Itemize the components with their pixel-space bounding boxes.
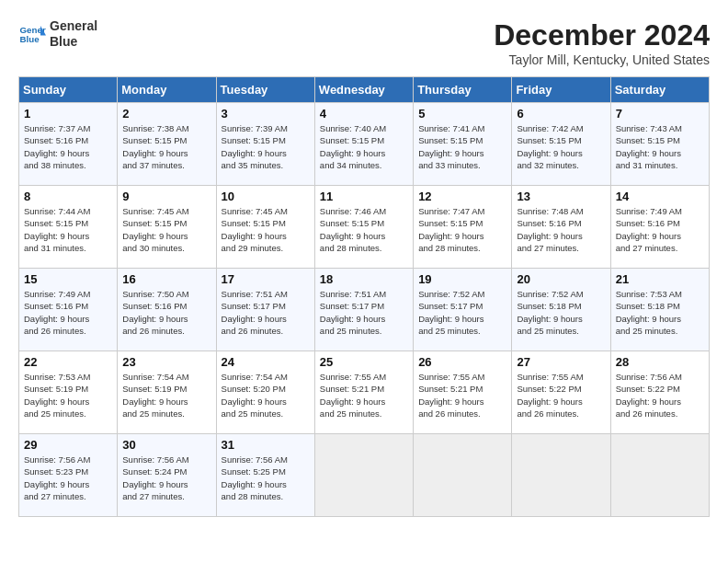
day-number: 16 bbox=[122, 272, 210, 286]
day-info: Sunrise: 7:45 AM Sunset: 5:15 PM Dayligh… bbox=[122, 205, 210, 254]
calendar-cell: 29Sunrise: 7:56 AM Sunset: 5:23 PM Dayli… bbox=[19, 434, 118, 517]
calendar-cell: 6Sunrise: 7:42 AM Sunset: 5:15 PM Daylig… bbox=[512, 103, 610, 186]
day-number: 22 bbox=[24, 355, 112, 369]
day-info: Sunrise: 7:51 AM Sunset: 5:17 PM Dayligh… bbox=[222, 288, 310, 337]
day-info: Sunrise: 7:41 AM Sunset: 5:15 PM Dayligh… bbox=[418, 122, 506, 171]
calendar-week-row: 1Sunrise: 7:37 AM Sunset: 5:16 PM Daylig… bbox=[19, 103, 710, 186]
calendar-cell: 28Sunrise: 7:56 AM Sunset: 5:22 PM Dayli… bbox=[610, 351, 709, 434]
col-header-sunday: Sunday bbox=[19, 77, 118, 103]
day-number: 27 bbox=[517, 355, 605, 369]
calendar-cell: 17Sunrise: 7:51 AM Sunset: 5:17 PM Dayli… bbox=[216, 269, 314, 351]
day-info: Sunrise: 7:46 AM Sunset: 5:15 PM Dayligh… bbox=[320, 205, 408, 254]
calendar-cell: 30Sunrise: 7:56 AM Sunset: 5:24 PM Dayli… bbox=[118, 434, 216, 517]
col-header-friday: Friday bbox=[512, 77, 610, 103]
calendar-cell bbox=[512, 434, 610, 517]
day-info: Sunrise: 7:53 AM Sunset: 5:18 PM Dayligh… bbox=[616, 288, 704, 337]
day-info: Sunrise: 7:54 AM Sunset: 5:19 PM Dayligh… bbox=[122, 371, 210, 419]
day-number: 11 bbox=[320, 190, 408, 203]
calendar-cell: 31Sunrise: 7:56 AM Sunset: 5:25 PM Dayli… bbox=[216, 434, 314, 517]
day-info: Sunrise: 7:48 AM Sunset: 5:16 PM Dayligh… bbox=[517, 205, 605, 254]
day-number: 26 bbox=[418, 355, 506, 369]
calendar-cell: 18Sunrise: 7:51 AM Sunset: 5:17 PM Dayli… bbox=[314, 269, 413, 351]
calendar-cell: 26Sunrise: 7:55 AM Sunset: 5:21 PM Dayli… bbox=[414, 351, 512, 434]
day-info: Sunrise: 7:45 AM Sunset: 5:15 PM Dayligh… bbox=[222, 205, 310, 254]
day-number: 6 bbox=[517, 107, 605, 121]
day-info: Sunrise: 7:53 AM Sunset: 5:19 PM Dayligh… bbox=[24, 371, 112, 419]
calendar-cell: 4Sunrise: 7:40 AM Sunset: 5:15 PM Daylig… bbox=[314, 103, 413, 186]
day-number: 19 bbox=[418, 272, 506, 286]
calendar-cell bbox=[414, 434, 512, 517]
calendar-cell: 5Sunrise: 7:41 AM Sunset: 5:15 PM Daylig… bbox=[414, 103, 512, 186]
day-number: 5 bbox=[418, 107, 506, 121]
col-header-tuesday: Tuesday bbox=[216, 77, 314, 103]
day-info: Sunrise: 7:39 AM Sunset: 5:15 PM Dayligh… bbox=[222, 122, 310, 171]
calendar-cell: 13Sunrise: 7:48 AM Sunset: 5:16 PM Dayli… bbox=[512, 186, 610, 269]
page-header: General Blue General Blue December 2024 … bbox=[18, 18, 710, 67]
calendar-cell: 15Sunrise: 7:49 AM Sunset: 5:16 PM Dayli… bbox=[19, 269, 118, 351]
day-info: Sunrise: 7:51 AM Sunset: 5:17 PM Dayligh… bbox=[320, 288, 408, 337]
day-info: Sunrise: 7:52 AM Sunset: 5:17 PM Dayligh… bbox=[418, 288, 506, 337]
day-info: Sunrise: 7:56 AM Sunset: 5:24 PM Dayligh… bbox=[122, 454, 210, 502]
day-info: Sunrise: 7:44 AM Sunset: 5:15 PM Dayligh… bbox=[24, 205, 112, 254]
day-number: 21 bbox=[616, 272, 704, 286]
day-info: Sunrise: 7:52 AM Sunset: 5:18 PM Dayligh… bbox=[517, 288, 605, 337]
day-info: Sunrise: 7:56 AM Sunset: 5:22 PM Dayligh… bbox=[616, 371, 704, 419]
calendar-cell: 9Sunrise: 7:45 AM Sunset: 5:15 PM Daylig… bbox=[118, 186, 216, 269]
calendar-week-row: 22Sunrise: 7:53 AM Sunset: 5:19 PM Dayli… bbox=[19, 351, 710, 434]
day-number: 14 bbox=[616, 190, 704, 203]
day-number: 10 bbox=[222, 190, 310, 203]
day-info: Sunrise: 7:56 AM Sunset: 5:23 PM Dayligh… bbox=[24, 454, 112, 502]
day-info: Sunrise: 7:49 AM Sunset: 5:16 PM Dayligh… bbox=[24, 288, 112, 337]
calendar-cell: 12Sunrise: 7:47 AM Sunset: 5:15 PM Dayli… bbox=[414, 186, 512, 269]
calendar-cell: 10Sunrise: 7:45 AM Sunset: 5:15 PM Dayli… bbox=[216, 186, 314, 269]
day-number: 20 bbox=[517, 272, 605, 286]
day-number: 24 bbox=[222, 355, 310, 369]
day-number: 30 bbox=[122, 438, 210, 452]
logo-line1: General bbox=[50, 18, 97, 34]
day-number: 29 bbox=[24, 438, 112, 452]
svg-text:Blue: Blue bbox=[20, 34, 40, 44]
calendar-cell: 24Sunrise: 7:54 AM Sunset: 5:20 PM Dayli… bbox=[216, 351, 314, 434]
calendar-cell: 7Sunrise: 7:43 AM Sunset: 5:15 PM Daylig… bbox=[610, 103, 709, 186]
day-info: Sunrise: 7:49 AM Sunset: 5:16 PM Dayligh… bbox=[616, 205, 704, 254]
calendar-cell: 19Sunrise: 7:52 AM Sunset: 5:17 PM Dayli… bbox=[414, 269, 512, 351]
day-info: Sunrise: 7:38 AM Sunset: 5:15 PM Dayligh… bbox=[122, 122, 210, 171]
calendar-week-row: 29Sunrise: 7:56 AM Sunset: 5:23 PM Dayli… bbox=[19, 434, 710, 517]
day-number: 1 bbox=[24, 107, 112, 121]
day-info: Sunrise: 7:50 AM Sunset: 5:16 PM Dayligh… bbox=[122, 288, 210, 337]
day-number: 18 bbox=[320, 272, 408, 286]
logo-icon: General Blue bbox=[18, 20, 46, 48]
logo: General Blue General Blue bbox=[18, 18, 97, 50]
calendar-cell: 3Sunrise: 7:39 AM Sunset: 5:15 PM Daylig… bbox=[216, 103, 314, 186]
day-number: 3 bbox=[222, 107, 310, 121]
calendar-table: SundayMondayTuesdayWednesdayThursdayFrid… bbox=[18, 76, 710, 517]
calendar-cell bbox=[314, 434, 413, 517]
day-number: 28 bbox=[616, 355, 704, 369]
day-number: 7 bbox=[616, 107, 704, 121]
day-info: Sunrise: 7:55 AM Sunset: 5:21 PM Dayligh… bbox=[320, 371, 408, 419]
day-number: 31 bbox=[222, 438, 310, 452]
calendar-cell: 14Sunrise: 7:49 AM Sunset: 5:16 PM Dayli… bbox=[610, 186, 709, 269]
calendar-week-row: 15Sunrise: 7:49 AM Sunset: 5:16 PM Dayli… bbox=[19, 269, 710, 351]
day-number: 4 bbox=[320, 107, 408, 121]
day-number: 15 bbox=[24, 272, 112, 286]
day-info: Sunrise: 7:56 AM Sunset: 5:25 PM Dayligh… bbox=[222, 454, 310, 502]
title-block: December 2024 Taylor Mill, Kentucky, Uni… bbox=[494, 18, 710, 67]
calendar-cell: 16Sunrise: 7:50 AM Sunset: 5:16 PM Dayli… bbox=[118, 269, 216, 351]
calendar-cell: 23Sunrise: 7:54 AM Sunset: 5:19 PM Dayli… bbox=[118, 351, 216, 434]
logo-text: General Blue bbox=[50, 18, 97, 50]
calendar-cell: 11Sunrise: 7:46 AM Sunset: 5:15 PM Dayli… bbox=[314, 186, 413, 269]
calendar-cell: 20Sunrise: 7:52 AM Sunset: 5:18 PM Dayli… bbox=[512, 269, 610, 351]
calendar-cell: 27Sunrise: 7:55 AM Sunset: 5:22 PM Dayli… bbox=[512, 351, 610, 434]
calendar-subtitle: Taylor Mill, Kentucky, United States bbox=[494, 52, 710, 67]
col-header-wednesday: Wednesday bbox=[314, 77, 413, 103]
logo-line2: Blue bbox=[50, 34, 97, 50]
calendar-cell: 8Sunrise: 7:44 AM Sunset: 5:15 PM Daylig… bbox=[19, 186, 118, 269]
day-info: Sunrise: 7:47 AM Sunset: 5:15 PM Dayligh… bbox=[418, 205, 506, 254]
calendar-cell: 22Sunrise: 7:53 AM Sunset: 5:19 PM Dayli… bbox=[19, 351, 118, 434]
day-info: Sunrise: 7:43 AM Sunset: 5:15 PM Dayligh… bbox=[616, 122, 704, 171]
col-header-saturday: Saturday bbox=[610, 77, 709, 103]
day-number: 2 bbox=[122, 107, 210, 121]
day-info: Sunrise: 7:55 AM Sunset: 5:21 PM Dayligh… bbox=[418, 371, 506, 419]
day-number: 12 bbox=[418, 190, 506, 203]
